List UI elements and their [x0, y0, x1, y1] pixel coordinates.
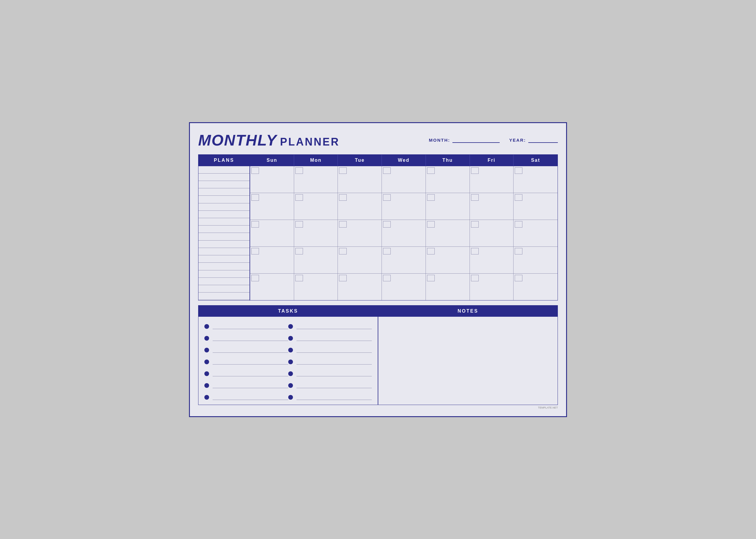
bullet-icon: [288, 336, 293, 341]
task-line[interactable]: [296, 383, 372, 388]
task-item: [288, 371, 372, 376]
plans-line: [199, 285, 250, 292]
calendar-cell[interactable]: [382, 247, 426, 273]
calendar-cell[interactable]: [294, 193, 338, 220]
calendar-cell[interactable]: [294, 273, 338, 300]
calendar-cell[interactable]: [382, 220, 426, 247]
calendar-cell[interactable]: [338, 247, 382, 273]
bullet-icon: [205, 359, 209, 364]
calendar-cell[interactable]: [250, 220, 294, 247]
calendar-cell[interactable]: [382, 273, 426, 300]
calendar-cell[interactable]: [382, 193, 426, 220]
date-box: [251, 221, 259, 228]
calendar-cell[interactable]: [250, 247, 294, 273]
task-line[interactable]: [212, 371, 288, 376]
plans-line: [199, 263, 250, 270]
year-line[interactable]: [528, 137, 558, 143]
calendar-cell[interactable]: [470, 166, 514, 193]
calendar-cell[interactable]: [250, 193, 294, 220]
date-box: [339, 167, 347, 174]
calendar-cell[interactable]: [426, 247, 470, 273]
header: MONTHLY PLANNER MONTH: YEAR:: [198, 131, 558, 149]
date-box: [471, 194, 479, 201]
calendar-cell[interactable]: [294, 247, 338, 273]
calendar-cell[interactable]: [470, 273, 514, 300]
task-line[interactable]: [296, 336, 372, 341]
calendar-cell[interactable]: [426, 273, 470, 300]
day-header-fri: Fri: [470, 155, 514, 166]
task-line[interactable]: [212, 395, 288, 400]
task-line[interactable]: [212, 347, 288, 353]
month-field: MONTH:: [429, 137, 500, 143]
day-header-thu: Thu: [426, 155, 470, 166]
calendar-cell[interactable]: [338, 220, 382, 247]
task-item: [205, 395, 288, 400]
calendar-cell[interactable]: [514, 166, 557, 193]
date-box: [515, 248, 522, 255]
calendar-row: [250, 273, 557, 300]
date-box: [251, 194, 259, 201]
calendar-cell[interactable]: [382, 166, 426, 193]
plans-line: [199, 218, 250, 225]
bullet-icon: [288, 383, 293, 388]
bullet-icon: [288, 348, 293, 352]
bullet-icon: [205, 383, 209, 388]
date-box: [515, 167, 522, 174]
calendar-cell[interactable]: [338, 273, 382, 300]
month-line[interactable]: [453, 137, 500, 143]
calendar-cell[interactable]: [250, 273, 294, 300]
calendar-cell[interactable]: [514, 247, 557, 273]
date-box: [515, 221, 522, 228]
calendar-row: [250, 220, 557, 247]
title-planner: PLANNER: [280, 136, 340, 148]
date-box: [383, 194, 391, 201]
calendar-cell[interactable]: [426, 220, 470, 247]
date-box: [383, 248, 391, 255]
task-line[interactable]: [212, 383, 288, 388]
task-line[interactable]: [212, 336, 288, 341]
calendar-cell[interactable]: [514, 273, 557, 300]
date-box: [251, 167, 259, 174]
plans-line: [199, 188, 250, 196]
calendar-cell[interactable]: [514, 220, 557, 247]
day-header-sun: Sun: [250, 155, 294, 166]
calendar-cell[interactable]: [338, 193, 382, 220]
bullet-icon: [205, 395, 209, 400]
date-box: [427, 167, 435, 174]
task-line[interactable]: [296, 324, 372, 329]
calendar-cell[interactable]: [514, 193, 557, 220]
bullet-icon: [288, 324, 293, 329]
date-box: [471, 221, 479, 228]
header-title: MONTHLY PLANNER: [198, 131, 340, 149]
plans-line: [199, 270, 250, 278]
date-box: [427, 248, 435, 255]
calendar-cell[interactable]: [470, 193, 514, 220]
date-box: [515, 275, 522, 281]
calendar-cell[interactable]: [250, 166, 294, 193]
task-line[interactable]: [296, 359, 372, 364]
calendar-cell[interactable]: [294, 220, 338, 247]
calendar-cell[interactable]: [470, 247, 514, 273]
task-line[interactable]: [212, 359, 288, 364]
date-box: [295, 248, 303, 255]
calendar-cell[interactable]: [470, 220, 514, 247]
bullet-icon: [288, 359, 293, 364]
calendar-cell[interactable]: [426, 166, 470, 193]
date-box: [383, 275, 391, 281]
calendar-rows: [250, 166, 557, 300]
date-box: [295, 221, 303, 228]
task-line[interactable]: [296, 347, 372, 353]
plans-line: [199, 255, 250, 263]
task-item: [288, 383, 372, 388]
calendar-cell[interactable]: [426, 193, 470, 220]
task-line[interactable]: [296, 395, 372, 400]
title-monthly: MONTHLY: [198, 131, 277, 149]
task-line[interactable]: [212, 324, 288, 329]
calendar-cell[interactable]: [294, 166, 338, 193]
task-line[interactable]: [296, 371, 372, 376]
month-label: MONTH:: [429, 137, 450, 143]
calendar-cell[interactable]: [338, 166, 382, 193]
task-item: [205, 383, 288, 388]
notes-body[interactable]: [378, 317, 557, 405]
tasks-header: TASKS: [199, 306, 378, 317]
